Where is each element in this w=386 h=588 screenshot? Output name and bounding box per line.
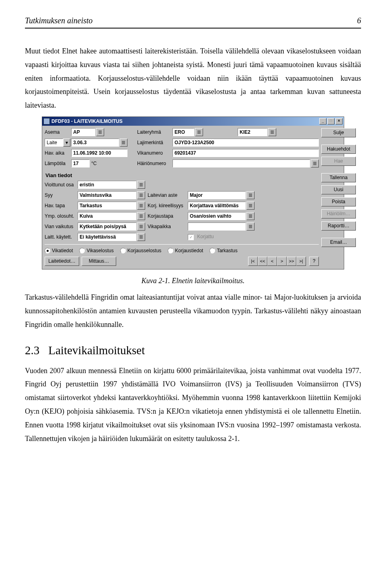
label-havtapa: Hav. tapa bbox=[45, 203, 77, 208]
list-icon bbox=[270, 130, 274, 134]
label-vianvaik: Vian vaikutus bbox=[45, 224, 77, 229]
laite-picker[interactable] bbox=[120, 139, 127, 147]
laiteryhma2-picker[interactable] bbox=[268, 128, 276, 136]
list-icon bbox=[139, 183, 143, 187]
laite-label-combo[interactable]: Laite bbox=[45, 139, 63, 147]
havtapa-picker[interactable] bbox=[137, 202, 145, 210]
nav-last-button[interactable]: >| bbox=[296, 257, 306, 266]
syy-picker[interactable] bbox=[137, 191, 145, 199]
chevron-down-icon[interactable]: ▾ bbox=[63, 139, 70, 147]
list-icon bbox=[139, 204, 143, 208]
nav-next-button[interactable]: > bbox=[277, 257, 287, 266]
nav-nextpage-button[interactable]: >> bbox=[287, 257, 296, 266]
vianvaik-picker[interactable] bbox=[137, 223, 145, 231]
mittaus-button[interactable]: Mittaus… bbox=[82, 257, 116, 266]
email-button[interactable]: Email… bbox=[321, 238, 356, 247]
laittkayt-input[interactable]: Ei käytettävissä bbox=[78, 233, 136, 241]
vioittunut-picker[interactable] bbox=[137, 181, 145, 189]
label-havaika: Hav. aika bbox=[45, 150, 71, 156]
korjkiir-input[interactable]: Korjattava välittömäs bbox=[188, 202, 246, 210]
label-syy: Syy bbox=[45, 192, 77, 198]
lampotila-input[interactable]: 17 bbox=[71, 159, 90, 167]
dialog-window: DFDF03 - LAITEVIKAILMOITUS _ □ × Asema A… bbox=[42, 116, 344, 270]
minimize-button[interactable]: _ bbox=[319, 118, 326, 125]
poista-button[interactable]: Poista bbox=[321, 197, 356, 206]
korjattu-checkbox[interactable]: ✓ bbox=[188, 234, 194, 240]
radio-tarkastus[interactable]: Tarkastus bbox=[209, 248, 237, 253]
laite-input[interactable]: 3.06.3 bbox=[71, 139, 119, 147]
hairionumero-input[interactable] bbox=[172, 159, 310, 167]
close-button[interactable]: × bbox=[335, 118, 343, 125]
sulje-button[interactable]: Sulje bbox=[321, 128, 356, 137]
hairionumero-picker[interactable] bbox=[311, 159, 319, 167]
laitevian-picker[interactable] bbox=[246, 191, 255, 199]
section-heading: 2.3Laitevikailmoitukset bbox=[25, 344, 361, 357]
radio-vikaselostus-label: Vikaselostus bbox=[86, 248, 113, 253]
label-laitevian-aste: Laitevian aste bbox=[148, 192, 187, 198]
radio-vikaselostus[interactable]: Vikaselostus bbox=[79, 248, 113, 253]
nav-prevpage-button[interactable]: << bbox=[258, 257, 267, 266]
tab-radio-row: Vikatiedot Vikaselostus Korjausselostus … bbox=[45, 244, 319, 253]
ympolo-picker[interactable] bbox=[137, 212, 145, 220]
label-vikanumero: Vikanumero bbox=[137, 150, 172, 156]
radio-korjausselostus[interactable]: Korjausselostus bbox=[120, 248, 162, 253]
hakuehdot-button[interactable]: Hakuehdot bbox=[321, 145, 356, 154]
havaika-input[interactable]: 11.06.1992 10:00 bbox=[71, 149, 127, 157]
radio-korjaustiedot[interactable]: Korjaustiedot bbox=[168, 248, 203, 253]
laittkayt-picker[interactable] bbox=[137, 233, 145, 241]
korjaustapa-input[interactable]: Osan/osien vaihto bbox=[188, 212, 246, 220]
ympolo-input[interactable]: Kuiva bbox=[78, 212, 136, 220]
nav-prev-button[interactable]: < bbox=[267, 257, 277, 266]
label-laiteryhma: Laiteryhmä bbox=[137, 129, 172, 135]
label-celsius: °C bbox=[91, 161, 96, 166]
syy-input[interactable]: Valmistusvika bbox=[78, 191, 136, 199]
list-icon bbox=[98, 130, 102, 134]
label-korjattu: Korjattu bbox=[197, 234, 214, 239]
list-icon bbox=[248, 225, 253, 229]
label-asema: Asema bbox=[45, 129, 71, 135]
label-korjkiir: Korj. kiireellisyys bbox=[148, 203, 187, 208]
list-icon bbox=[139, 214, 143, 218]
vioittunut-input[interactable]: eristin bbox=[78, 181, 136, 189]
havtapa-input[interactable]: Tarkastus bbox=[78, 202, 136, 210]
korjkiir-picker[interactable] bbox=[246, 202, 255, 210]
asema-input[interactable]: AP bbox=[71, 128, 95, 136]
list-icon bbox=[139, 193, 143, 197]
list-icon bbox=[139, 225, 143, 229]
korjaustapa-picker[interactable] bbox=[246, 212, 255, 220]
running-head: Tutkimuksen aineisto 6 bbox=[25, 16, 361, 29]
vikapaikka-picker[interactable] bbox=[246, 223, 255, 231]
nav-first-button[interactable]: |< bbox=[248, 257, 258, 266]
page-number: 6 bbox=[357, 16, 361, 25]
laitetiedot-button[interactable]: Laitetiedot… bbox=[45, 257, 79, 266]
titlebar: DFDF03 - LAITEVIKAILMOITUS _ □ × bbox=[42, 117, 344, 126]
vian-tiedot-heading: Vian tiedot bbox=[45, 172, 319, 178]
label-ympolo: Ymp. olosuht. bbox=[45, 213, 77, 219]
laitevian-input[interactable]: Major bbox=[188, 191, 246, 199]
section-title: Laitevikailmoitukset bbox=[48, 344, 145, 357]
laiteryhma2-input[interactable]: KIE2 bbox=[238, 128, 267, 136]
figure-caption: Kuva 2-1. Elnetin laitevikailmoitus. bbox=[25, 277, 361, 285]
vikanumero-input[interactable]: 69201437 bbox=[172, 149, 319, 157]
list-icon bbox=[248, 214, 253, 218]
vikapaikka-input[interactable] bbox=[188, 223, 246, 231]
label-vikapaikka: Vikapaikka bbox=[148, 224, 187, 229]
asema-picker[interactable] bbox=[96, 128, 104, 136]
uusi-button[interactable]: Uusi bbox=[321, 185, 356, 194]
vianvaik-input[interactable]: Kytketään pois/pysä bbox=[78, 223, 136, 231]
label-lajimerkinta: Lajimerkintä bbox=[137, 140, 172, 145]
app-icon bbox=[43, 118, 50, 125]
list-icon bbox=[248, 193, 253, 197]
help-button[interactable]: ? bbox=[309, 257, 319, 266]
radio-korjaustiedot-label: Korjaustiedot bbox=[175, 248, 203, 253]
label-korjaustapa: Korjaustapa bbox=[148, 213, 187, 219]
laiteryhma1-input[interactable]: ERO bbox=[172, 128, 194, 136]
raportti-button[interactable]: Raportti… bbox=[321, 221, 356, 231]
list-icon bbox=[313, 161, 317, 165]
hae-button: Hae bbox=[321, 157, 356, 166]
tallenna-button[interactable]: Tallenna bbox=[321, 173, 356, 182]
radio-vikatiedot-label: Vikatiedot bbox=[52, 248, 73, 253]
laiteryhma1-picker[interactable] bbox=[195, 128, 203, 136]
lajimerkinta-input[interactable]: OJYD3-123A2500 bbox=[172, 139, 319, 147]
radio-vikatiedot[interactable]: Vikatiedot bbox=[45, 248, 73, 253]
